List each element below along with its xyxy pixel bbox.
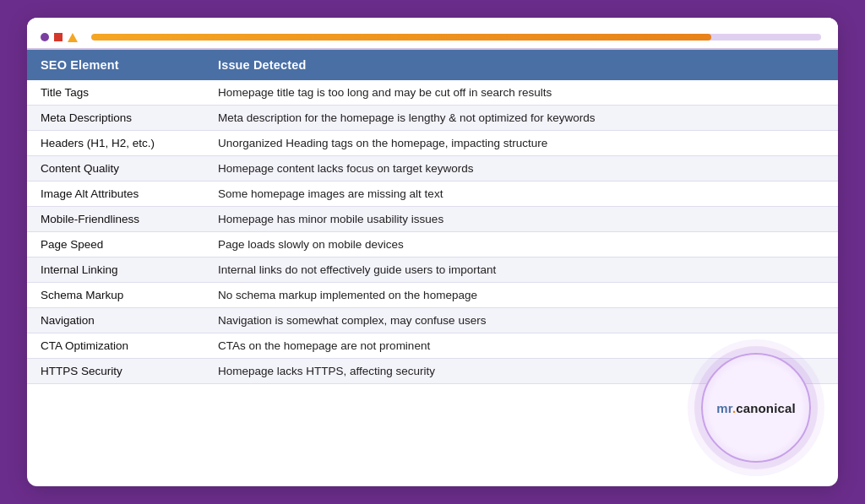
table-row: Headers (H1, H2, etc.)Unorganized Headin… [27, 131, 838, 156]
table-cell-element: Content Quality [27, 156, 204, 182]
table-cell-issue: Homepage title tag is too long and may b… [204, 80, 838, 106]
circle-dot-icon [41, 33, 49, 41]
table-row: Mobile-FriendlinessHomepage has minor mo… [27, 207, 838, 232]
table-cell-element: Navigation [27, 308, 204, 333]
table-cell-issue: No schema markup implemented on the home… [204, 283, 838, 308]
watermark-canonical: canonical [736, 401, 796, 415]
table-cell-element: Schema Markup [27, 283, 204, 308]
table-cell-element: Title Tags [27, 80, 204, 106]
table-cell-element: CTA Optimization [27, 333, 204, 359]
watermark-circle: mr.canonical [701, 353, 811, 463]
table-cell-issue: Unorganized Heading tags on the homepage… [204, 131, 838, 156]
watermark-text: mr.canonical [716, 401, 796, 415]
table-row: Image Alt AttributesSome homepage images… [27, 182, 838, 207]
col-header-issue: Issue Detected [204, 50, 838, 80]
table-row: CTA OptimizationCTAs on the homepage are… [27, 333, 838, 359]
table-cell-issue: Some homepage images are missing alt tex… [204, 182, 838, 207]
table-cell-element: HTTPS Security [27, 359, 204, 384]
table-row: Schema MarkupNo schema markup implemente… [27, 283, 838, 308]
table-row: Meta DescriptionsMeta description for th… [27, 106, 838, 131]
table-row: Internal LinkingInternal links do not ef… [27, 257, 838, 283]
table-row: Content QualityHomepage content lacks fo… [27, 156, 838, 182]
triangle-dot-icon [68, 33, 78, 42]
table-body: Title TagsHomepage title tag is too long… [27, 80, 838, 384]
table-cell-issue: Homepage content lacks focus on target k… [204, 156, 838, 182]
table-cell-issue: Homepage has minor mobile usability issu… [204, 207, 838, 232]
table-row: Page SpeedPage loads slowly on mobile de… [27, 232, 838, 257]
table-cell-element: Meta Descriptions [27, 106, 204, 131]
table-header-row: SEO Element Issue Detected [27, 50, 838, 80]
progress-bar-container [91, 34, 821, 41]
outer-container: SEO Element Issue Detected Title TagsHom… [0, 0, 865, 504]
square-dot-icon [54, 33, 63, 41]
table-cell-element: Headers (H1, H2, etc.) [27, 131, 204, 156]
top-bar [27, 18, 838, 48]
seo-table: SEO Element Issue Detected Title TagsHom… [27, 50, 838, 384]
col-header-element: SEO Element [27, 50, 204, 80]
table-row: NavigationNavigation is somewhat complex… [27, 308, 838, 333]
table-cell-issue: Internal links do not effectively guide … [204, 257, 838, 283]
card: SEO Element Issue Detected Title TagsHom… [27, 18, 838, 486]
table-cell-element: Internal Linking [27, 257, 204, 283]
table-cell-issue: Navigation is somewhat complex, may conf… [204, 308, 838, 333]
table-row: Title TagsHomepage title tag is too long… [27, 80, 838, 106]
table-cell-issue: Meta description for the homepage is len… [204, 106, 838, 131]
table-cell-element: Page Speed [27, 232, 204, 257]
progress-bar-fill [91, 34, 711, 41]
watermark-mr: mr [716, 401, 732, 415]
table-cell-element: Mobile-Friendliness [27, 207, 204, 232]
table-cell-element: Image Alt Attributes [27, 182, 204, 207]
table-cell-issue: Page loads slowly on mobile devices [204, 232, 838, 257]
